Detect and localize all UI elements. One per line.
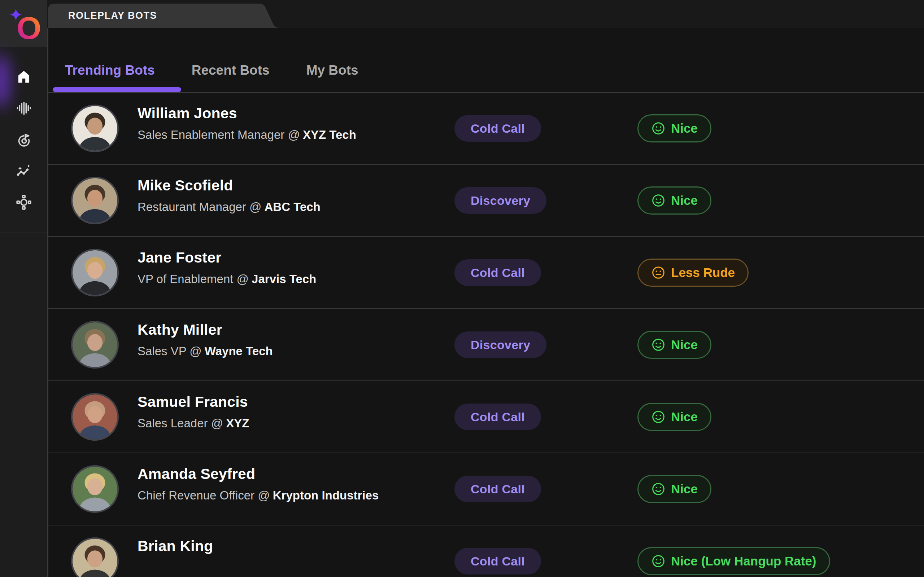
scenario-badge: Cold Call: [454, 403, 541, 430]
sidebar-item-goals[interactable]: [15, 131, 32, 148]
sidebar-item-home[interactable]: [15, 69, 32, 86]
scenario-badge: Cold Call: [454, 259, 541, 286]
tab-trending-bots[interactable]: Trending Bots: [65, 62, 155, 78]
content-panel: Trending Bots Recent Bots My Bots Willia…: [47, 28, 924, 577]
bot-subtitle: Chief Revenue Officer @Krypton Industrie…: [137, 488, 379, 502]
scenario-badge: Cold Call: [454, 548, 541, 574]
sidebar-item-analytics[interactable]: [15, 163, 32, 180]
avatar: [71, 465, 119, 513]
scenario-badge: Cold Call: [454, 115, 541, 142]
bot-list: William Jones Sales Enablement Manager @…: [48, 93, 924, 577]
bot-subtitle: Sales Enablement Manager @XYZ Tech: [137, 128, 356, 142]
active-tab-indicator: [53, 87, 181, 92]
bot-name: Samuel Francis: [137, 393, 248, 410]
home-icon: [16, 69, 31, 85]
tab-bar: Trending Bots Recent Bots My Bots: [48, 28, 924, 92]
mood-badge: Nice: [637, 403, 711, 431]
smiley-icon: [651, 121, 666, 135]
bot-row[interactable]: Kathy Miller Sales VP @Wayne Tech Discov…: [48, 309, 924, 381]
sidebar-item-voice[interactable]: [15, 100, 32, 117]
main-content: ROLEPLAY BOTS Trending Bots Recent Bots …: [47, 0, 924, 577]
tab-recent-bots[interactable]: Recent Bots: [192, 62, 270, 78]
bot-name: William Jones: [137, 105, 237, 122]
bot-name: Amanda Seyfred: [137, 466, 255, 482]
mood-badge: Nice: [637, 331, 711, 359]
bot-name: Brian King: [137, 538, 213, 554]
app-logo[interactable]: O: [0, 0, 47, 47]
logo-letter: O: [16, 12, 41, 44]
gauge-flag-icon: [16, 132, 31, 148]
sidebar-nav: [0, 69, 47, 211]
bot-name: Kathy Miller: [137, 321, 222, 338]
bot-row[interactable]: Amanda Seyfred Chief Revenue Officer @Kr…: [48, 453, 924, 525]
smiley-icon: [651, 338, 666, 352]
bot-row[interactable]: Samuel Francis Sales Leader @XYZ Cold Ca…: [48, 381, 924, 453]
mood-badge: Less Rude: [637, 259, 749, 287]
sidebar: O: [0, 0, 47, 577]
bot-name: Mike Scofield: [137, 177, 233, 194]
scenario-badge: Cold Call: [454, 475, 541, 502]
bot-row[interactable]: Brian King Cold Call Nice (Low Hangup Ra…: [48, 525, 924, 577]
bot-subtitle: [137, 561, 141, 574]
mood-badge: Nice: [637, 187, 711, 214]
bot-row[interactable]: William Jones Sales Enablement Manager @…: [48, 93, 924, 165]
avatar: [71, 537, 119, 577]
bot-subtitle: Restaurant Manager @ABC Tech: [137, 200, 320, 214]
scenario-badge: Discovery: [454, 187, 546, 214]
hub-icon: [16, 195, 31, 211]
smiley-icon: [651, 554, 666, 568]
smiley-icon: [651, 193, 666, 208]
avatar: [71, 249, 119, 297]
page-title: ROLEPLAY BOTS: [68, 10, 157, 21]
mood-badge: Nice: [637, 114, 711, 142]
neutral-face-icon: [651, 266, 666, 280]
smiley-icon: [651, 482, 666, 496]
bot-subtitle: VP of Enablement @Jarvis Tech: [137, 272, 316, 286]
avatar: [71, 105, 119, 152]
tab-my-bots[interactable]: My Bots: [307, 62, 359, 78]
smiley-icon: [651, 410, 666, 424]
mood-badge: Nice (Low Hangup Rate): [637, 547, 830, 575]
bot-subtitle: Sales Leader @XYZ: [137, 416, 249, 430]
scenario-badge: Discovery: [454, 331, 546, 358]
bot-row[interactable]: Mike Scofield Restaurant Manager @ABC Te…: [48, 165, 924, 237]
bot-name: Jane Foster: [137, 249, 221, 266]
mood-badge: Nice: [637, 475, 711, 503]
bot-subtitle: Sales VP @Wayne Tech: [137, 344, 273, 358]
avatar: [71, 177, 119, 224]
sidebar-item-integrations[interactable]: [15, 194, 32, 211]
sidebar-divider: [0, 233, 47, 233]
avatar: [71, 393, 119, 441]
trending-sparkle-icon: [16, 163, 31, 180]
bot-row[interactable]: Jane Foster VP of Enablement @Jarvis Tec…: [48, 237, 924, 309]
avatar: [71, 321, 119, 369]
page-title-tab: ROLEPLAY BOTS: [48, 3, 279, 28]
waveform-icon: [16, 101, 31, 117]
